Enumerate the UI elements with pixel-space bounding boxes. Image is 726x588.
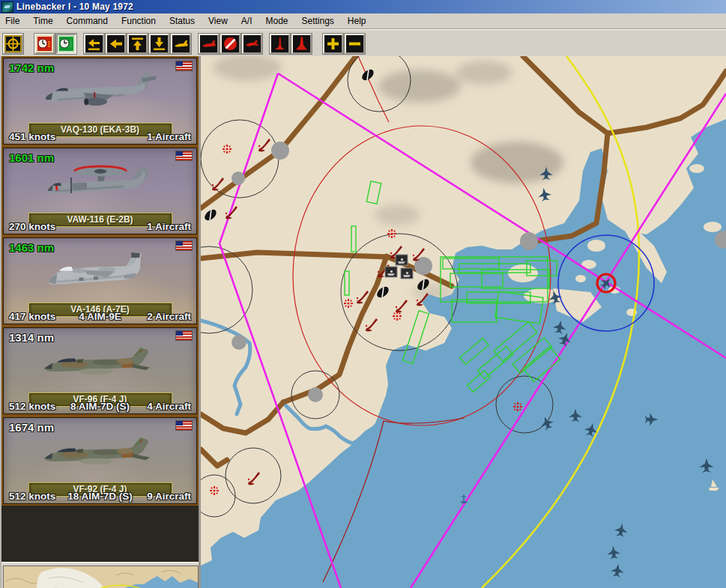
prohibit-button[interactable] [220, 34, 241, 54]
clock-stop-button[interactable] [34, 34, 55, 54]
overview-minimap[interactable] [1, 562, 200, 588]
aircraft-bank-button[interactable] [242, 34, 262, 54]
arrow-down-bar-icon [151, 36, 167, 52]
step-back-button[interactable] [106, 34, 126, 54]
menu-status[interactable]: Status [163, 14, 202, 28]
flight-card-vf96[interactable]: 1314 nm VF-96 (F-4 J) 512 knots 8 AIM-7D… [1, 326, 199, 416]
aircraft-profile-image [10, 160, 193, 213]
speed-label: 270 knots [9, 221, 55, 232]
arrow-left-bar-icon [86, 36, 102, 52]
speed-label: 512 knots [9, 401, 55, 412]
flight-card-va146[interactable]: 1463 nm VA-146 (A-7E) 417 knots 4 AIM-9E… [1, 236, 199, 326]
zoom-in-button[interactable] [323, 34, 343, 54]
menu-ai[interactable]: A/I [235, 14, 259, 28]
arrow-up-bar-icon [130, 36, 145, 52]
flight-card-vf92[interactable]: 1674 nm VF-92 (F-4 J) 512 knots 18 AIM-7… [1, 416, 199, 506]
aircraft-select-button[interactable] [171, 34, 191, 54]
flight-roster-panel: 1742 nm VAQ-130 (EKA-3B) 451 knots 1 Air… [0, 56, 199, 588]
linebacker-window: { "window": { "title": "Linebacker I - 1… [0, 0, 726, 588]
speed-label: 417 knots [9, 311, 55, 322]
sam-missile-icon [272, 36, 288, 52]
card-stats: 512 knots 8 AIM-7D (S) 4 Aircraft [3, 399, 197, 413]
aircraft-count-label: 9 Aircraft [147, 491, 191, 502]
toolbar [0, 29, 726, 58]
menu-function[interactable]: Function [115, 14, 163, 28]
aircraft-profile-image [10, 339, 193, 393]
aircraft-count-label: 1 Aircraft [147, 131, 191, 142]
menu-settings[interactable]: Settings [295, 14, 341, 28]
aircraft-red-icon [201, 36, 217, 52]
speed-label: 512 knots [9, 491, 55, 502]
card-stats: 512 knots 18 AIM-7D (S) 9 Aircraft [3, 489, 197, 503]
menu-help[interactable]: Help [341, 14, 373, 28]
aircraft-yellow-icon [173, 36, 189, 52]
minus-icon [347, 36, 363, 52]
sam-small-button[interactable] [270, 34, 290, 54]
aircraft-bank-icon [244, 36, 260, 52]
sam-large-button[interactable] [291, 34, 312, 54]
flight-card-vaq130[interactable]: 1742 nm VAQ-130 (EKA-3B) 451 knots 1 Air… [1, 56, 199, 146]
clock-run-icon [58, 36, 74, 52]
flight-card-vaw116[interactable]: 1601 nm VAW-116 (E-2B) 270 knots 1 Aircr… [1, 146, 199, 236]
menu-command[interactable]: Command [60, 14, 115, 28]
ordnance-label: 4 AIM-9E [79, 311, 121, 322]
jump-first-button[interactable] [84, 34, 104, 54]
aircraft-red-button[interactable] [199, 34, 219, 54]
crosshair-target-button[interactable] [3, 34, 23, 54]
crosshair-icon [5, 36, 21, 52]
menu-mode[interactable]: Mode [258, 14, 294, 28]
menu-bar: File Time Command Function Status View A… [0, 13, 726, 29]
aircraft-count-label: 4 Aircraft [147, 401, 191, 412]
card-stats: 451 knots 1 Aircraft [3, 130, 197, 143]
aircraft-profile-image [10, 70, 193, 124]
aircraft-count-label: 1 Aircraft [147, 221, 191, 232]
arrow-left-icon [108, 36, 124, 52]
ordnance-label: 18 AIM-7D (S) [67, 491, 133, 502]
clock-run-button[interactable] [56, 34, 76, 54]
tactical-map[interactable] [199, 56, 726, 588]
aircraft-profile-image [10, 249, 193, 303]
altitude-lower-button[interactable] [149, 34, 169, 54]
menu-time[interactable]: Time [26, 14, 59, 28]
window-title: Linebacker I - 10 May 1972 [16, 1, 133, 12]
title-bar[interactable]: Linebacker I - 10 May 1972 [0, 0, 726, 13]
plus-icon [325, 36, 341, 52]
menu-view[interactable]: View [202, 14, 235, 28]
menu-file[interactable]: File [0, 14, 26, 28]
clock-stop-icon [37, 36, 52, 52]
altitude-raise-button[interactable] [127, 34, 148, 54]
card-stats: 417 knots 4 AIM-9E 2 Aircraft [3, 309, 197, 323]
aircraft-profile-image [10, 429, 193, 483]
speed-label: 451 knots [9, 131, 55, 142]
prohibit-icon [223, 36, 238, 52]
ordnance-label: 8 AIM-7D (S) [70, 401, 130, 412]
zoom-out-button[interactable] [345, 34, 365, 54]
aircraft-count-label: 2 Aircraft [147, 311, 191, 322]
card-stats: 270 knots 1 Aircraft [3, 219, 197, 233]
app-icon [1, 1, 13, 13]
sam-missile-large-icon [294, 36, 309, 52]
